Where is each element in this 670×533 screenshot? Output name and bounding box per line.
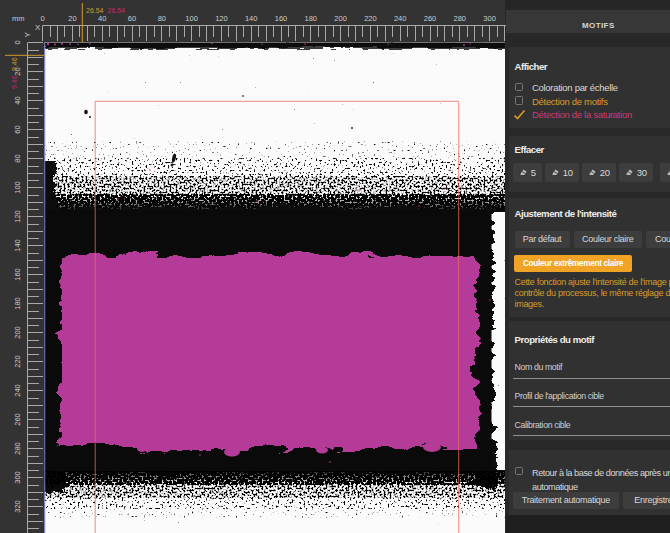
svg-text:mm: mm [12, 14, 25, 23]
svg-text:280: 280 [13, 442, 22, 455]
svg-text:26.54: 26.54 [86, 7, 104, 14]
svg-text:240: 240 [13, 384, 22, 397]
svg-text:300: 300 [483, 14, 496, 23]
svg-text:220: 220 [364, 14, 377, 23]
svg-text:200: 200 [334, 14, 347, 23]
svg-text:60: 60 [13, 125, 22, 133]
svg-text:100: 100 [185, 14, 198, 23]
svg-text:Y: Y [23, 32, 32, 38]
svg-text:60: 60 [128, 14, 136, 23]
svg-text:220: 220 [13, 355, 22, 368]
svg-text:260: 260 [424, 14, 437, 23]
svg-text:X: X [35, 23, 41, 32]
svg-text:100: 100 [13, 181, 22, 194]
svg-text:280: 280 [454, 14, 467, 23]
svg-text:300: 300 [13, 471, 22, 484]
svg-text:120: 120 [13, 210, 22, 223]
svg-text:40: 40 [13, 96, 22, 104]
svg-text:200: 200 [13, 326, 22, 339]
svg-text:9.46: 9.46 [11, 75, 18, 89]
svg-text:40: 40 [98, 14, 106, 23]
svg-text:180: 180 [13, 297, 22, 310]
svg-text:260: 260 [13, 413, 22, 426]
svg-text:0: 0 [41, 14, 45, 23]
svg-text:140: 140 [13, 239, 22, 252]
svg-text:0: 0 [13, 40, 22, 44]
svg-text:120: 120 [215, 14, 228, 23]
svg-text:160: 160 [275, 14, 288, 23]
svg-text:240: 240 [394, 14, 407, 23]
svg-text:9.46: 9.46 [11, 57, 18, 71]
svg-text:20: 20 [68, 14, 76, 23]
svg-text:140: 140 [245, 14, 258, 23]
svg-text:80: 80 [13, 154, 22, 162]
svg-text:320: 320 [13, 500, 22, 513]
svg-text:180: 180 [305, 14, 318, 23]
svg-text:26.54: 26.54 [108, 7, 126, 14]
svg-text:80: 80 [158, 14, 166, 23]
svg-text:160: 160 [13, 268, 22, 281]
